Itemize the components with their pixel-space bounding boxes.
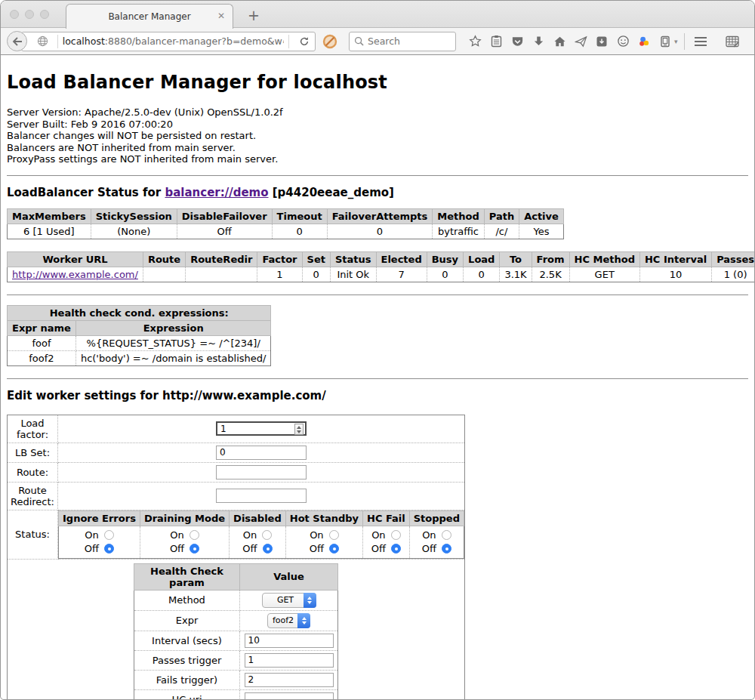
route-input[interactable]	[216, 465, 307, 480]
reading-list-button[interactable]	[486, 32, 506, 51]
menu-button[interactable]	[691, 32, 710, 51]
radio-ignore-errors-on[interactable]	[104, 530, 114, 540]
download-icon	[533, 35, 544, 48]
radio-draining-mode-on[interactable]	[190, 530, 199, 540]
bookmark-star-button[interactable]	[465, 32, 485, 51]
number-stepper-icon[interactable]	[294, 424, 304, 435]
colors-button[interactable]	[634, 32, 654, 51]
fails-trigger-input[interactable]	[245, 673, 334, 687]
column-header: Timeout	[272, 208, 327, 224]
home-icon	[553, 35, 566, 48]
form-row-lb-set: LB Set:	[8, 443, 465, 462]
passes-trigger-input[interactable]	[245, 653, 334, 668]
table-cell: foof	[8, 335, 76, 350]
tab-close-icon[interactable]: ✕	[217, 11, 225, 21]
reading-list-icon	[491, 35, 502, 48]
method-select[interactable]: GET	[262, 593, 316, 608]
worker-table: Worker URL Route RouteRedir Factor Set S…	[7, 251, 755, 282]
load-factor-input[interactable]	[216, 421, 307, 436]
field-label: Route Redirect:	[8, 482, 58, 510]
new-tab-button[interactable]: +	[244, 5, 263, 25]
server-version: Server Version: Apache/2.5.0-dev (Unix) …	[7, 106, 748, 119]
radio-hot-standby-on[interactable]	[329, 530, 339, 540]
edit-worker-form: Load factor: LB Set: Route: Route Redire…	[7, 415, 465, 700]
block-button[interactable]	[320, 32, 340, 51]
radio-stopped-on[interactable]	[442, 530, 451, 540]
back-button[interactable]	[7, 31, 27, 51]
radio-label: On	[310, 529, 323, 542]
close-window-button[interactable]	[10, 10, 19, 19]
radio-draining-mode-off[interactable]	[190, 544, 199, 554]
hc-expressions-table: Health check cond. expressions: Expr nam…	[7, 305, 271, 366]
url-text[interactable]: localhost:8880/balancer-manager?b=demo&w…	[63, 35, 285, 47]
radio-ignore-errors-off[interactable]	[104, 544, 114, 554]
url-bar[interactable]: localhost:8880/balancer-manager?b=demo&w…	[21, 32, 316, 51]
table-row: 6 [1 Used] (None) Off 0 0 bytraffic /c/ …	[8, 224, 564, 239]
browser-tab[interactable]: Balancer Manager ✕	[66, 4, 233, 29]
lb-set-input[interactable]	[216, 446, 307, 460]
table-cell: 0	[464, 267, 500, 282]
bookmark-star-icon	[469, 35, 482, 48]
column-header: FailoverAttempts	[327, 208, 433, 224]
radio-hc-fail-off[interactable]	[391, 544, 401, 554]
column-header: Expr name	[8, 320, 76, 335]
column-header: Method	[433, 208, 484, 224]
table-cell: 0	[427, 267, 463, 282]
divider	[57, 35, 58, 48]
column-header: Passes	[712, 251, 755, 267]
home-button[interactable]	[550, 32, 569, 51]
zoom-window-button[interactable]	[40, 10, 49, 19]
divider	[7, 294, 748, 295]
balancer-link[interactable]: balancer://demo	[165, 186, 268, 199]
column-header: Value	[240, 563, 338, 590]
divider	[684, 33, 685, 50]
column-header: Disabled	[230, 510, 286, 526]
search-bar[interactable]	[349, 32, 456, 51]
field-label: Expr	[134, 610, 240, 631]
divider	[288, 35, 289, 48]
column-header: Draining Mode	[140, 510, 229, 526]
interval-input[interactable]	[245, 634, 334, 648]
table-row: HC uri	[134, 689, 338, 700]
hc-uri-input[interactable]	[245, 692, 334, 700]
table-cell: (None)	[91, 224, 177, 239]
radio-hot-standby-off[interactable]	[329, 544, 339, 554]
table-row: Method GET	[134, 590, 338, 610]
table-cell: 0	[302, 267, 330, 282]
radio-label: On	[243, 529, 257, 542]
table-cell: 1	[257, 267, 302, 282]
divider	[7, 378, 748, 379]
container-button[interactable]	[655, 32, 675, 51]
radio-label: On	[422, 529, 436, 542]
radio-hc-fail-on[interactable]	[391, 530, 401, 540]
table-cell: Init Ok	[330, 267, 376, 282]
balancer-heading-prefix: LoadBalancer Status for	[7, 186, 165, 199]
table-header-row: Worker URL Route RouteRedir Factor Set S…	[8, 251, 755, 267]
table-cell: 0	[327, 224, 433, 239]
column-header: Worker URL	[8, 251, 143, 267]
chat-button[interactable]	[613, 32, 633, 51]
pocket-button[interactable]	[507, 32, 527, 51]
dropdown-chevron-icon[interactable]: ▾	[674, 38, 678, 45]
downloads-button[interactable]	[528, 32, 548, 51]
keyboard-grid-button[interactable]	[723, 32, 742, 51]
table-cell: 0	[272, 224, 327, 239]
toolbar-icons: ▾	[465, 32, 742, 51]
worker-url-link[interactable]: http://www.example.com/	[12, 269, 138, 280]
radio-disabled-off[interactable]	[263, 544, 273, 554]
radio-disabled-on[interactable]	[262, 530, 272, 540]
send-tab-button[interactable]	[571, 32, 590, 51]
search-input[interactable]	[368, 35, 443, 47]
radio-stopped-off[interactable]	[442, 544, 451, 554]
colors-icon	[638, 35, 651, 48]
field-label: Fails trigger)	[134, 670, 240, 689]
addon-button[interactable]	[592, 32, 612, 51]
minimize-window-button[interactable]	[25, 10, 34, 19]
globe-icon[interactable]	[37, 35, 48, 47]
expr-select[interactable]: foof2	[267, 613, 310, 628]
route-redirect-input[interactable]	[216, 489, 307, 503]
reload-button[interactable]	[294, 36, 315, 47]
table-row: Passes trigger	[134, 650, 338, 670]
column-header: DisableFailover	[177, 208, 272, 224]
table-cell: foof2	[8, 350, 76, 365]
